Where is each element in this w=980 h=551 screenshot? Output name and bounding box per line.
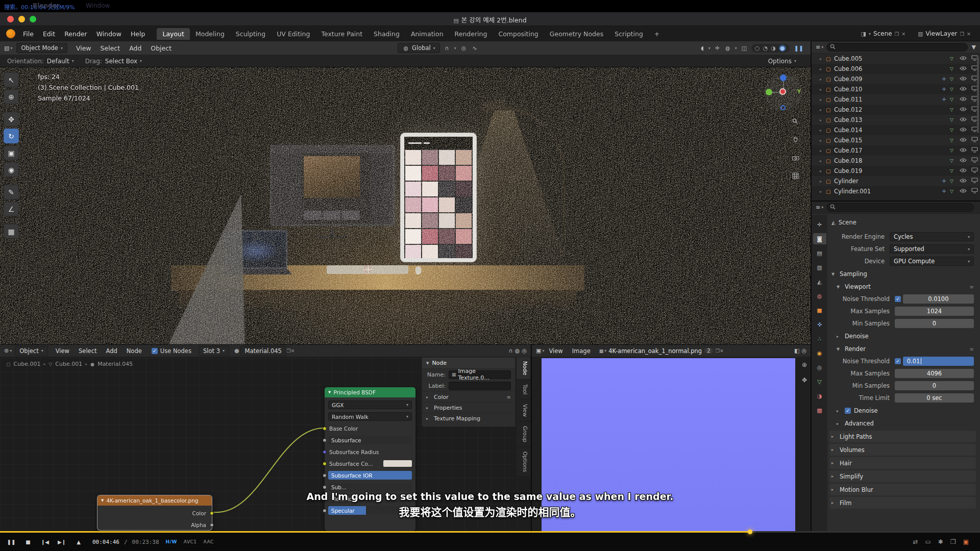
shading-wireframe-icon[interactable]: ○: [755, 45, 760, 52]
gizmo-y-axis[interactable]: [766, 89, 772, 95]
sidebar-tab-node[interactable]: Node: [517, 357, 530, 379]
bsdf-input-specular[interactable]: Specular: [328, 506, 412, 515]
properties-tab-constraints[interactable]: ◎: [813, 362, 826, 373]
next-button[interactable]: ▶❙: [56, 536, 68, 547]
npanel-section-color[interactable]: ▸Color≡: [422, 391, 515, 402]
material-selector[interactable]: Material.045: [240, 346, 286, 356]
breadcrumb-item[interactable]: Cube.001: [14, 361, 41, 367]
gizmos-icon[interactable]: ✛: [715, 45, 720, 52]
outliner-row-cylinder-001[interactable]: ▸ ▢ Cylinder.001 ✛ ▽: [812, 186, 980, 196]
hide-in-viewport-icon[interactable]: [958, 178, 969, 185]
falloff-icon[interactable]: ∿: [472, 45, 477, 52]
shader-type-arrow-icon[interactable]: ▾: [10, 348, 12, 353]
viewport-noise-threshold-checkbox[interactable]: ✓: [895, 296, 901, 302]
input-socket[interactable]: [323, 438, 327, 442]
use-nodes-checkbox[interactable]: ✓: [152, 348, 158, 354]
3d-viewport[interactable]: ↖⊕✥↻▣◉✎∠▦ fps: 24(3) Scene Collection | …: [0, 67, 811, 345]
tool-scale-button[interactable]: ▣: [4, 145, 19, 160]
texture-node-header[interactable]: ▼4K-american_oak_1_basecolor.png: [97, 495, 212, 506]
sampling-section-header[interactable]: ▼Sampling: [829, 268, 976, 280]
shader-menu-view[interactable]: View: [51, 347, 74, 355]
pause-render-icon[interactable]: ❚❚: [794, 45, 803, 52]
shader-overlays-icon[interactable]: ◍: [515, 347, 520, 354]
viewlayer-selector[interactable]: ViewLayer: [926, 30, 958, 37]
tool-cursor-button[interactable]: ⊕: [4, 89, 19, 104]
bsdf-input-ggx[interactable]: GGX▾: [328, 400, 412, 409]
tool-transform-button[interactable]: ◉: [4, 162, 19, 177]
render-denoise-checkbox[interactable]: ✓: [845, 408, 851, 414]
unlink-scene-icon[interactable]: ✕: [901, 31, 905, 37]
drag-dropdown[interactable]: Select Box▾: [105, 58, 142, 65]
properties-type-icon[interactable]: ≡: [816, 204, 820, 211]
settings-icon[interactable]: ✱: [938, 538, 943, 545]
render-max-samples-field[interactable]: 4096: [895, 369, 974, 378]
workspace-tab-shading[interactable]: Shading: [368, 28, 405, 40]
properties-tab-tool[interactable]: ✛: [813, 219, 826, 230]
bsdf-input-subsurface-radius[interactable]: Subsurface Radius: [328, 447, 412, 456]
outliner-row-cylinder[interactable]: ▸ ▢ Cylinder ✛ ▽: [812, 176, 980, 186]
shading-rendered-icon[interactable]: ●: [779, 45, 786, 52]
hide-in-viewport-icon[interactable]: [958, 76, 969, 83]
expand-icon[interactable]: ▸: [820, 67, 826, 71]
zoom-icon[interactable]: [792, 116, 799, 126]
pan-hand-icon[interactable]: ✥: [802, 377, 807, 384]
hide-in-viewport-icon[interactable]: [958, 55, 969, 62]
selectability-arrow-icon[interactable]: ▾: [708, 46, 710, 51]
slot-dropdown[interactable]: Slot 3▾: [199, 346, 229, 356]
workspace-tab-modeling[interactable]: Modeling: [190, 28, 230, 40]
image-menu-view[interactable]: View: [544, 347, 567, 355]
bsdf-input-metallic[interactable]: Metallic: [328, 494, 412, 503]
expand-icon[interactable]: ▸: [820, 77, 826, 82]
workspace-tab-uv-editing[interactable]: UV Editing: [271, 28, 315, 40]
output-socket[interactable]: [210, 511, 214, 515]
outliner-row-cube-017[interactable]: ▸ ▢ Cube.017 ▽: [812, 145, 980, 156]
render-denoise-header[interactable]: ▸✓Denoise: [835, 405, 976, 416]
render-noise-threshold-checkbox[interactable]: ✓: [895, 358, 901, 364]
tool-move-button[interactable]: ✥: [4, 112, 19, 127]
texture-output-color[interactable]: Color: [101, 509, 208, 517]
properties-tab-object[interactable]: ■: [813, 305, 826, 316]
open-file-button[interactable]: ▲: [72, 536, 85, 547]
grid-icon[interactable]: [792, 171, 799, 181]
workspace-tab-animation[interactable]: Animation: [405, 28, 449, 40]
menu-help[interactable]: Help: [126, 30, 150, 38]
gizmo-neg-z-axis[interactable]: [780, 105, 786, 110]
shading-material-icon[interactable]: ◑: [771, 45, 776, 52]
properties-tab-texture[interactable]: ▩: [813, 405, 826, 416]
outliner-type-icon[interactable]: ≡: [816, 44, 820, 51]
render-noise-threshold-field[interactable]: 0.01I: [903, 357, 974, 366]
properties-tab-world[interactable]: ◍: [813, 290, 826, 302]
workspace-tab-scripting[interactable]: Scripting: [609, 28, 649, 40]
section-volumes[interactable]: ▸Volumes: [829, 444, 976, 456]
disable-in-render-icon[interactable]: [969, 188, 980, 195]
hide-in-viewport-icon[interactable]: [958, 167, 969, 174]
editor-type-arrow-icon[interactable]: ▾: [10, 46, 12, 51]
outliner-row-cube-011[interactable]: ▸ ▢ Cube.011 ✛ ▽: [812, 94, 980, 105]
shader-editor-type-icon[interactable]: ⊛: [4, 347, 9, 354]
new-scene-icon[interactable]: ❐: [895, 31, 899, 37]
options-dropdown[interactable]: Options▾: [768, 58, 803, 65]
expand-icon[interactable]: ▸: [820, 189, 826, 194]
mode-dropdown[interactable]: Object Mode▾: [16, 43, 67, 53]
snap-arrow-icon[interactable]: ▾: [454, 46, 456, 51]
tool-measure-button[interactable]: ∠: [4, 202, 19, 216]
outliner-row-cube-018[interactable]: ▸ ▢ Cube.018 ▽: [812, 156, 980, 166]
shader-menu-select[interactable]: Select: [74, 347, 101, 355]
output-socket[interactable]: [210, 523, 214, 527]
menu-render[interactable]: Render: [60, 30, 92, 38]
outliner-row-cube-006[interactable]: ▸ ▢ Cube.006 ▽: [812, 64, 980, 74]
bsdf-input-subsurface-co[interactable]: Subsurface Co...: [328, 459, 412, 468]
viewport-menu-add[interactable]: Add: [125, 44, 146, 52]
expand-icon[interactable]: ▸: [820, 108, 826, 112]
input-socket[interactable]: [323, 497, 327, 501]
properties-tab-physics[interactable]: ◉: [813, 347, 826, 359]
outliner-search-input[interactable]: [826, 43, 967, 52]
transform-orientation-dropdown[interactable]: ◍Global▾: [398, 43, 439, 53]
npanel-section-texture-mapping[interactable]: ▸Texture Mapping: [422, 413, 515, 423]
seek-bar[interactable]: [0, 531, 980, 533]
properties-tab-material[interactable]: ◑: [813, 390, 826, 402]
normal-map-image[interactable]: [542, 358, 795, 531]
gizmo-x-axis[interactable]: [779, 88, 786, 95]
overlays-icon[interactable]: ◍: [725, 45, 730, 52]
filter-icon[interactable]: ▼: [972, 44, 976, 51]
